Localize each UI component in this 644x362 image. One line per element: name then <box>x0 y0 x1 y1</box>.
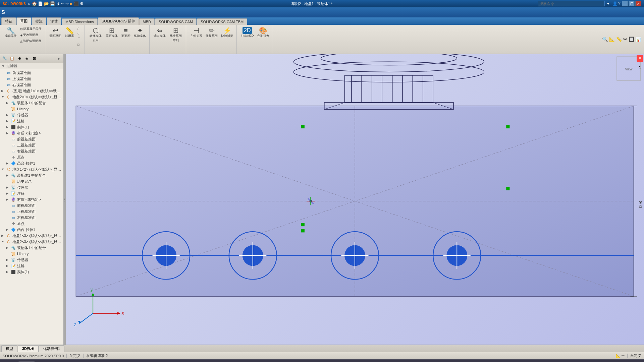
record-icon[interactable]: ▶ <box>70 1 73 6</box>
measure-button[interactable]: 📏 能用零 <box>63 26 75 52</box>
tree-item-history-2-3[interactable]: 📜 History <box>0 251 63 257</box>
view-icon6[interactable]: 📊 <box>636 37 641 42</box>
tree-item-sensor-1-2[interactable]: ▶ 📡 传感器 <box>0 184 63 190</box>
view-icon2[interactable]: 📐 <box>609 37 615 42</box>
tree-item-top-plane[interactable]: ▭ 上视基准面 <box>0 76 63 82</box>
feature-tab[interactable]: 🔧 <box>1 55 8 62</box>
config-tab[interactable]: ⊕ <box>16 55 23 62</box>
no-external-button[interactable]: ⊡隐藏显示零件 <box>19 26 43 32</box>
tab-model[interactable]: 模型 <box>1 345 17 352</box>
start-button[interactable]: ⊞ <box>3 361 14 362</box>
help-icon[interactable]: ? <box>618 1 621 6</box>
tab-sketch[interactable]: 草图 <box>16 17 31 25</box>
view-icon4[interactable]: ✂ <box>623 37 627 42</box>
open-icon[interactable]: 📂 <box>44 1 49 6</box>
tree-item-chassis2-3[interactable]: ▼ ⬡ 地盘2<3> (默认<<默认>_显示: <box>0 239 63 245</box>
user-icon[interactable]: 👤 <box>612 1 618 6</box>
tree-item-right-2-1[interactable]: ▭ 右视基准面 <box>0 148 63 154</box>
tree-item-historylog-1-2[interactable]: 📜 历史记录 <box>0 178 63 184</box>
property-tab[interactable]: 📋 <box>9 55 15 62</box>
tree-item-solid-2-1[interactable]: ▶ ⬛ 实体(1) <box>0 124 63 130</box>
tree-item-annotation-2-3[interactable]: ▶ 📝 注解 <box>0 263 63 269</box>
tab-sw-cam[interactable]: SOLIDWORKS CAM <box>155 18 197 25</box>
tab-sw-cam-tbm[interactable]: SOLIDWORKS CAM TBM <box>197 18 247 25</box>
options-icon[interactable]: ⬛ <box>74 1 79 6</box>
repair-button[interactable]: ✏ 修复草图 <box>204 26 219 52</box>
rollback-button[interactable]: ↩ 退回草图 <box>48 26 63 52</box>
gear-icon[interactable]: ⚙ <box>80 1 84 6</box>
tab-feature[interactable]: 特征 <box>1 17 16 25</box>
tree-item-material-1-2[interactable]: ▶ 🔮 材质 <未指定> <box>0 196 63 202</box>
tree-item-annotation-1-2[interactable]: ▶ 📝 注解 <box>0 190 63 196</box>
taskbar-solidworks[interactable]: SW <box>99 361 112 362</box>
tab-mbd-dimensions[interactable]: MBD Dimensions <box>62 18 98 25</box>
tree-item-mates-2-1[interactable]: ▶ 🔩 装配体1 中的配合 <box>0 100 63 106</box>
tree-item-boss-1-2[interactable]: ▶ 🔷 凸台-拉伸1 <box>0 227 63 233</box>
tab-evaluate[interactable]: 评估 <box>47 17 61 25</box>
tree-item-front-2-1[interactable]: ▭ 前视基准面 <box>0 136 63 142</box>
save-icon[interactable]: 💾 <box>50 1 55 6</box>
tree-item-sensor-2-3[interactable]: ▶ 📡 传感器 <box>0 257 63 263</box>
minimize-button[interactable]: — <box>622 1 628 6</box>
display-tab[interactable]: ◈ <box>23 55 30 62</box>
tree-item-mates-1-2[interactable]: ▶ 🔩 装配体1 中的配合 <box>0 172 63 178</box>
tree-item-chassis1-3[interactable]: ▶ ⬡ 地盘1<3> (默认<<默认>_显示: <box>0 233 63 239</box>
appearance-tab[interactable]: ⊡ <box>31 55 38 62</box>
taskbar-edge[interactable]: 🌐 <box>69 361 83 362</box>
tree-item-boss-2-1[interactable]: ▶ 🔷 凸台-拉伸1 <box>0 160 63 166</box>
sketch-circle-button[interactable]: ○ <box>76 31 83 36</box>
filter-dropdown-icon[interactable]: ▼ <box>55 55 62 62</box>
tree-item-material-2-1[interactable]: ▶ 🔮 材质 <未指定> <box>0 130 63 136</box>
sw-icon[interactable]: 🏠 <box>32 1 37 6</box>
edit-part-button[interactable]: 🔧 编辑零件 <box>3 26 18 52</box>
3d-viewport[interactable]: 800 X Y Z View ⊕ ↻ ✕ <box>66 54 644 345</box>
tree-item-solid-2-3[interactable]: ▶ ⬛ 实体(1) <box>0 269 63 275</box>
tab-3dview[interactable]: 3D视图 <box>18 345 39 352</box>
tree-item-front-1-2[interactable]: ▭ 前视基准面 <box>0 202 63 208</box>
search-dropdown-icon[interactable]: ▼ <box>606 2 610 6</box>
restore-button[interactable]: ❐ <box>629 1 635 6</box>
tree-item-top-1-2[interactable]: ▭ 上视基准面 <box>0 208 63 215</box>
face-area-button[interactable]: ≡ 面面积 <box>120 26 132 52</box>
tree-item-front-plane[interactable]: ▭ 前视基准面 <box>0 70 63 76</box>
view-icon5[interactable]: 🔲 <box>629 37 634 42</box>
tree-item-origin-1-2[interactable]: ✚ 原点 <box>0 221 63 227</box>
move-entity-button[interactable]: ✦ 移动实体 <box>132 26 147 52</box>
tree-item-right-plane[interactable]: ▭ 右视基准面 <box>0 82 63 88</box>
tree-item-mates-2-3[interactable]: ▶ 🔩 装配体1 中的配合 <box>0 245 63 251</box>
tree-item-annotation-2-1[interactable]: ▶ 📝 注解 <box>0 118 63 124</box>
tree-item-sensor-2-1[interactable]: ▶ 📡 传感器 <box>0 112 63 118</box>
print-icon[interactable]: 🖨 <box>56 1 60 6</box>
tree-item-chassis2-1[interactable]: ▼ ⬡ 地盘2<1> (默认<<默认>_显示: <box>0 94 63 100</box>
search-input[interactable] <box>538 1 605 6</box>
sketch-rect-button[interactable]: □ <box>76 42 83 47</box>
tree-item-history-2-1[interactable]: 📜 History <box>0 106 63 112</box>
offset-entity-button[interactable]: ⊞ 等距实体 <box>104 26 119 52</box>
relations-button[interactable]: ⊣ 几何关系 <box>189 26 204 52</box>
tab-annotation[interactable]: 标注 <box>32 17 46 25</box>
tree-item-top-2-1[interactable]: ▭ 上视基准面 <box>0 142 63 148</box>
instant2d-button[interactable]: 2D Instant2D <box>239 26 255 52</box>
sketch-arc-button[interactable]: ⌒ <box>76 36 83 42</box>
convert-entity-button[interactable]: ⬡ 转换实体引用 <box>88 26 104 52</box>
tree-item-right-1-2[interactable]: ▭ 右视基准面 <box>0 215 63 221</box>
viewport-close-button[interactable]: ✕ <box>637 55 643 62</box>
color-map-button[interactable]: 🎨 色彩范例 <box>256 26 271 52</box>
tab-motion[interactable]: 运动算例1 <box>39 345 64 352</box>
tab-mbd[interactable]: MBD <box>139 18 155 25</box>
undo-icon[interactable]: ↩ <box>61 1 64 6</box>
tree-item-origin-2-1[interactable]: ✚ 原点 <box>0 154 63 160</box>
linear-pattern-button[interactable]: ⊞ 线性草图阵列 <box>168 26 184 52</box>
assembly-transparent-button[interactable]: ◬装配体透明度 <box>19 38 43 44</box>
tree-item-chassis1-fixed[interactable]: ▶ ⬡ (固定) 地盘1<1> (默认<<默认> <box>0 88 63 94</box>
snap-button[interactable]: ⚡ 快速捕捉 <box>220 26 234 52</box>
tree-item-chassis1-2[interactable]: ▼ ⬡ 地盘1<2> (默认<<默认>_显示: <box>0 166 63 172</box>
close-button[interactable]: ✕ <box>635 1 641 6</box>
redo-icon[interactable]: ↪ <box>65 1 69 6</box>
no-transparent-button[interactable]: ◈更改透明度 <box>19 32 43 38</box>
mirror-button[interactable]: ⇔ 镜向实体 <box>152 26 167 52</box>
taskbar-files[interactable]: 🗂 <box>40 361 53 362</box>
taskbar-mail[interactable]: 🟠 <box>84 361 97 362</box>
taskbar-folder[interactable]: 📁 <box>54 361 68 362</box>
rotate-button[interactable]: ↻ <box>637 65 643 70</box>
